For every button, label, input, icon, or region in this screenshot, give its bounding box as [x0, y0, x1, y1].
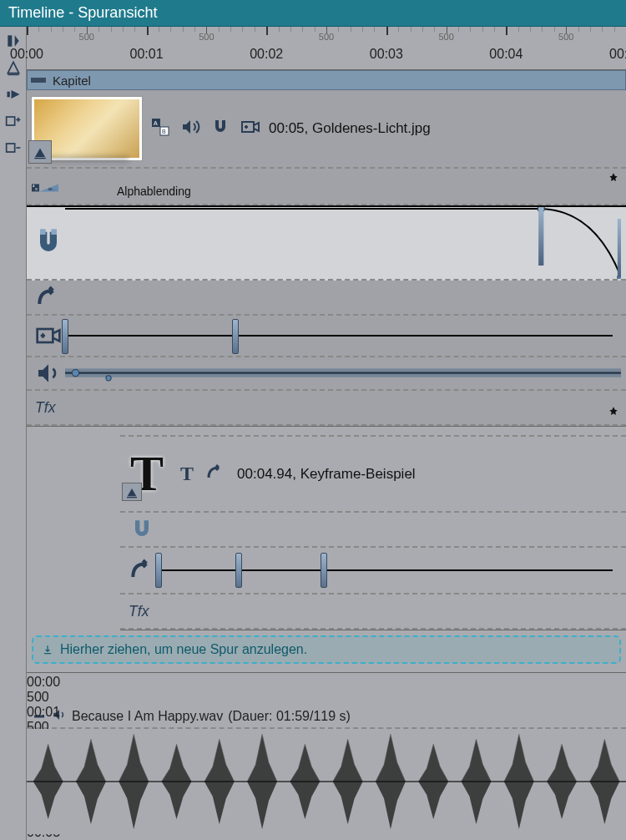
- magnet-icon[interactable]: [210, 117, 230, 140]
- keyframe-marker[interactable]: [155, 553, 162, 588]
- svg-text:B: B: [162, 129, 166, 134]
- drop-zone-text: Hierher ziehen, um neue Spur anzulegen.: [60, 642, 307, 657]
- svg-rect-21: [538, 207, 543, 266]
- image-track: AB 00:05, Goldenes-Licht.jpg: [27, 90, 626, 427]
- camera-add-icon[interactable]: [240, 117, 260, 140]
- pin-icon[interactable]: [608, 172, 619, 187]
- pin-icon[interactable]: [608, 406, 619, 421]
- audio-preview-lane[interactable]: [27, 357, 626, 391]
- svg-rect-3: [6, 117, 14, 125]
- keyframe-marker[interactable]: [321, 553, 327, 588]
- alphablend-label: Alphablending: [117, 185, 191, 198]
- image-track-header[interactable]: AB 00:05, Goldenes-Licht.jpg: [27, 90, 626, 169]
- alphablend-lane[interactable]: A B 00:... Alphablending: [27, 169, 626, 205]
- time-ruler-bottom[interactable]: 00:0050000:0150000:0250000:0350000:04500…: [27, 672, 626, 706]
- svg-point-27: [106, 376, 111, 381]
- text-type-icon[interactable]: T: [180, 463, 194, 485]
- fx-lane[interactable]: Tfx: [27, 391, 626, 426]
- svg-point-26: [72, 370, 78, 377]
- clip-info-text: 00:05, Goldenes-Licht.jpg: [269, 120, 431, 137]
- chapter-collapse-icon[interactable]: [31, 78, 46, 83]
- chapter-label: Kapitel: [53, 73, 91, 88]
- window-title: Timeline - Spuransicht: [8, 4, 157, 22]
- svg-rect-0: [8, 35, 12, 46]
- svg-rect-22: [618, 219, 621, 277]
- new-track-drop-zone[interactable]: Hierher ziehen, um neue Spur anzulegen.: [32, 635, 621, 664]
- time-ruler-top[interactable]: 00:0050000:0150000:0250000:0350000:04500…: [27, 27, 626, 70]
- clip-expand-icon[interactable]: [28, 140, 52, 164]
- text-track: T T 00:04.94, Keyframe-Beispiel: [120, 435, 626, 630]
- svg-text:00:...: 00:...: [48, 188, 56, 191]
- tool-play-icon[interactable]: [3, 83, 24, 105]
- svg-text:Tfx: Tfx: [129, 603, 150, 620]
- camera-keyframe-lane[interactable]: [27, 316, 626, 357]
- title-bar: Timeline - Spuransicht: [0, 0, 626, 27]
- motion-icon[interactable]: [205, 463, 225, 486]
- svg-text:A: A: [154, 120, 158, 126]
- opacity-curve-lane[interactable]: [27, 205, 626, 281]
- tool-add-icon[interactable]: [3, 110, 24, 132]
- clip-expand-icon[interactable]: [122, 483, 142, 501]
- motion-lane[interactable]: [27, 281, 626, 316]
- keyframe-marker[interactable]: [232, 319, 239, 354]
- audio-icon[interactable]: [180, 117, 200, 140]
- text-fx-lane[interactable]: Tfx: [120, 595, 626, 630]
- svg-text:B: B: [35, 188, 37, 191]
- svg-rect-25: [65, 369, 621, 377]
- keyframe-marker[interactable]: [235, 553, 242, 588]
- svg-rect-4: [6, 144, 14, 152]
- svg-rect-17: [51, 229, 57, 235]
- chapter-bar[interactable]: Kapitel: [27, 70, 626, 90]
- keyframe-marker[interactable]: [62, 319, 68, 354]
- svg-rect-16: [40, 229, 46, 235]
- text-magnet-lane[interactable]: [120, 513, 626, 548]
- svg-rect-2: [7, 92, 9, 98]
- text-track-header[interactable]: T T 00:04.94, Keyframe-Beispiel: [120, 437, 626, 513]
- tool-remove-icon[interactable]: [3, 137, 24, 159]
- side-toolbar: [0, 27, 27, 840]
- svg-text:Tfx: Tfx: [35, 399, 57, 416]
- audio-waveform[interactable]: [27, 729, 626, 834]
- text-clip-info: 00:04.94, Keyframe-Beispiel: [237, 466, 416, 483]
- text-keyframe-lane[interactable]: [120, 548, 626, 595]
- ab-transition-icon[interactable]: AB: [150, 117, 170, 140]
